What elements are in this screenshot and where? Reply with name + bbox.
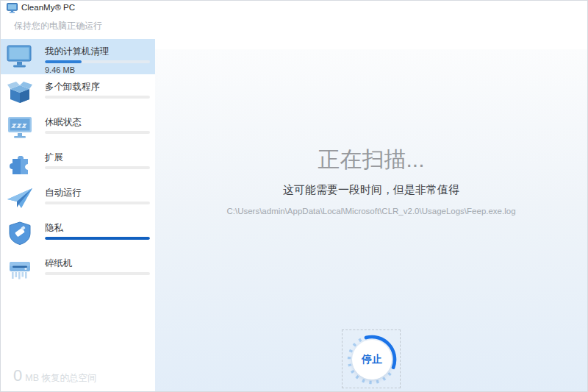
sidebar-item-autorun[interactable]: 自动运行	[1, 180, 155, 215]
progress-track	[45, 272, 150, 275]
sidebar-item-label: 我的计算机清理	[45, 46, 110, 58]
sidebar-item-label: 休眠状态	[45, 116, 82, 129]
progress-track	[45, 166, 150, 169]
scanning-title: 正在扫描...	[155, 145, 587, 175]
sidebar: 我的计算机清理 9.46 MB 多个卸载程序	[1, 39, 155, 391]
progress-track	[45, 60, 150, 63]
main-panel: 正在扫描... 这可能需要一段时间，但是非常值得 C:\Users\admin\…	[155, 1, 587, 391]
recovered-space-status: 0 MB 恢复的总空间	[13, 366, 96, 385]
sidebar-item-size: 9.46 MB	[45, 65, 75, 74]
recovered-space-label: MB 恢复的总空间	[25, 372, 96, 385]
autorun-icon	[6, 185, 34, 210]
progress-track	[45, 237, 150, 240]
sidebar-item-label: 自动运行	[45, 187, 82, 199]
stop-button-label: 停止	[362, 353, 382, 366]
stop-button[interactable]: 停止	[342, 329, 401, 388]
app-logo-icon	[7, 3, 18, 13]
hibernation-icon	[6, 115, 34, 140]
sidebar-item-extensions[interactable]: 扩展	[1, 145, 155, 180]
progress-fill	[45, 60, 82, 63]
sidebar-item-privacy[interactable]: 隐私	[1, 215, 155, 251]
sidebar-item-hibernation[interactable]: 休眠状态	[1, 110, 155, 145]
progress-track	[45, 96, 150, 99]
window-title: CleanMy® PC	[21, 3, 75, 12]
sidebar-item-shredder[interactable]: 碎纸机	[1, 251, 155, 286]
app-tagline: 保持您的电脑正确运行	[14, 20, 102, 32]
recovered-space-value: 0	[13, 366, 22, 385]
sidebar-item-multi-uninstaller[interactable]: 多个卸载程序	[1, 74, 155, 110]
scanning-current-path: C:\Users\admin\AppData\Local\Microsoft\C…	[155, 207, 587, 215]
progress-track	[45, 131, 150, 134]
sidebar-item-label: 隐私	[45, 222, 63, 235]
sidebar-item-label: 碎纸机	[45, 257, 73, 270]
computer-cleanup-icon	[6, 44, 34, 69]
shredder-icon	[6, 256, 34, 281]
app-window: CleanMy® PC 保持您的电脑正确运行 ⚙ 选项 ? 帮助 激活	[0, 0, 588, 392]
extensions-icon	[6, 150, 34, 175]
uninstaller-icon	[6, 79, 34, 104]
scanning-subtitle: 这可能需要一段时间，但是非常值得	[155, 183, 587, 197]
sidebar-item-my-computer-cleanup[interactable]: 我的计算机清理 9.46 MB	[1, 39, 155, 74]
sidebar-item-label: 多个卸载程序	[45, 81, 100, 93]
progress-fill	[45, 237, 150, 240]
progress-track	[45, 202, 150, 204]
sidebar-item-label: 扩展	[45, 152, 63, 164]
stop-button-face[interactable]: 停止	[352, 340, 392, 379]
privacy-icon	[6, 221, 34, 246]
